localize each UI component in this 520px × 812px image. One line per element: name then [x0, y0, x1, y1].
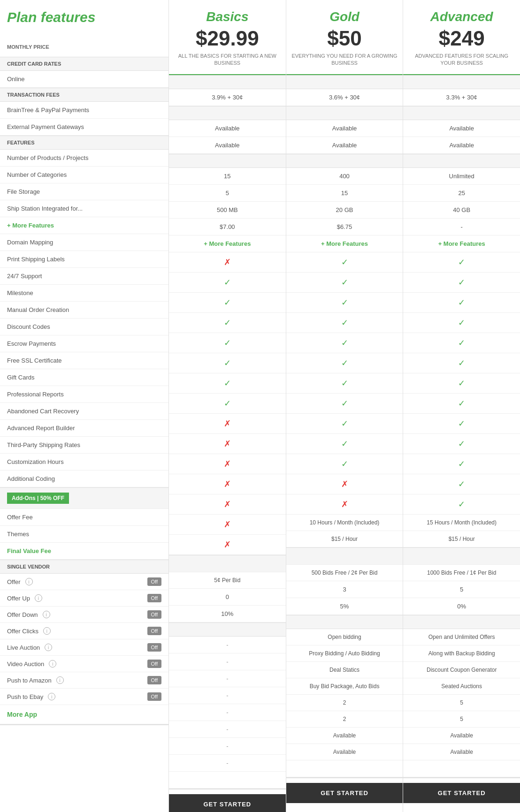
gold-gift-cards: ✓ — [286, 414, 403, 434]
basics-advanced-report: ✗ — [169, 474, 286, 494]
basics-get-started-wrap: GET STARTED — [169, 789, 286, 812]
section-features: FEATURES — [0, 136, 168, 150]
gold-ssl: ✓ — [286, 394, 403, 414]
video-auction-row-left: Video Auction i Off — [0, 656, 168, 672]
offer-down-info-icon[interactable]: i — [43, 611, 50, 618]
advanced-num-products: Unlimited — [403, 168, 520, 185]
gold-custom-hours: 10 Hours / Month (Included) — [286, 515, 403, 531]
advanced-file-storage: 40 GB — [403, 202, 520, 219]
gold-feat-header — [286, 154, 403, 168]
offer-clicks-label: Offer Clicks — [7, 628, 38, 635]
label-offer-fee: Offer Fee — [0, 509, 168, 526]
gold-escrow: ✓ — [286, 373, 403, 394]
offer-up-label: Offer Up — [7, 595, 30, 602]
basics-domain-mapping: ✗ — [169, 252, 286, 273]
basics-num-products: 15 — [169, 168, 286, 185]
advanced-more-features[interactable]: + More Features — [403, 235, 520, 252]
advanced-advanced-report: ✓ — [403, 474, 520, 494]
advanced-gift-cards: ✓ — [403, 414, 520, 434]
plan-gold: Gold $50 EVERYTHING YOU NEED FOR A GROWI… — [286, 0, 404, 812]
basics-feat-header — [169, 154, 286, 168]
basics-get-started-button[interactable]: GET STARTED — [169, 794, 286, 812]
gold-more-features[interactable]: + More Features — [286, 235, 403, 252]
advanced-custom-hours: 15 Hours / Month (Included) — [403, 515, 520, 531]
gold-offer-clicks-sv: Buy Bid Package, Auto Bids — [286, 678, 403, 695]
advanced-additional-coding: $15 / Hour — [403, 531, 520, 547]
advanced-offer-up-sv: Along with Backup Bidding — [403, 645, 520, 662]
video-auction-toggle[interactable]: Off — [147, 660, 161, 668]
basics-tf-header — [169, 106, 286, 120]
label-file-storage: File Storage — [0, 183, 168, 200]
gold-addons-spacer — [286, 547, 403, 565]
basics-more-features[interactable]: + More Features — [169, 235, 286, 252]
label-num-categories: Number of Categories — [0, 167, 168, 183]
gold-abandoned-cart: ✓ — [286, 454, 403, 474]
gold-discount-codes: ✓ — [286, 353, 403, 373]
advanced-offer-sv: Open and Unlimited Offers — [403, 629, 520, 645]
offer-up-toggle[interactable]: Off — [147, 594, 161, 602]
offer-toggle[interactable]: Off — [147, 577, 161, 586]
advanced-more-app-spacer — [403, 760, 520, 777]
offer-info-icon[interactable]: i — [25, 578, 33, 585]
gold-header: Gold $50 EVERYTHING YOU NEED FOR A GROWI… — [286, 0, 403, 75]
features-header: Plan features MONTHLY PRICE — [0, 0, 168, 57]
gold-get-started-wrap: GET STARTED — [286, 777, 403, 807]
advanced-sv-header — [403, 615, 520, 629]
gold-offer-fee: 500 Bids Free / 2¢ Per Bid — [286, 565, 403, 581]
offer-down-toggle[interactable]: Off — [147, 610, 161, 619]
gold-offer-down-sv: Deal Statics — [286, 662, 403, 678]
gold-price: $50 — [291, 27, 398, 50]
offer-up-info-icon[interactable]: i — [35, 594, 42, 602]
gold-additional-coding: $15 / Hour — [286, 531, 403, 547]
basics-push-ebay-sv: - — [169, 755, 286, 772]
basics-video-auction-sv: - — [169, 721, 286, 738]
gold-support-247: ✓ — [286, 293, 403, 313]
advanced-braintree: Available — [403, 120, 520, 137]
label-escrow-payments: Escrow Payments — [0, 335, 168, 352]
basics-external: Available — [169, 137, 286, 154]
basics-more-app-spacer — [169, 772, 286, 789]
gold-domain-mapping: ✓ — [286, 252, 403, 273]
basics-milestone: ✓ — [169, 313, 286, 333]
label-customization-hours: Customization Hours — [0, 454, 168, 471]
advanced-addons-spacer — [403, 547, 520, 565]
basics-offer-sv: - — [169, 637, 286, 653]
gold-milestone: ✓ — [286, 313, 403, 333]
advanced-get-started-wrap: GET STARTED — [403, 777, 520, 807]
gold-get-started-button[interactable]: GET STARTED — [286, 783, 403, 803]
live-auction-info-icon[interactable]: i — [45, 644, 52, 651]
gold-offer-sv: Open bidding — [286, 629, 403, 645]
label-advanced-report: Advanced Report Builder — [0, 420, 168, 437]
gold-cc-header — [286, 75, 403, 89]
advanced-pro-reports: ✓ — [403, 434, 520, 454]
advanced-push-amazon-sv: Available — [403, 728, 520, 744]
gold-sv-header — [286, 615, 403, 629]
advanced-offer-clicks-sv: Seated Auctions — [403, 678, 520, 695]
push-ebay-info-icon[interactable]: i — [48, 693, 55, 700]
label-print-shipping: Print Shipping Labels — [0, 251, 168, 268]
more-features-label-left[interactable]: + More Features — [0, 217, 168, 234]
advanced-get-started-button[interactable]: GET STARTED — [403, 783, 520, 803]
gold-third-party: ✗ — [286, 494, 403, 515]
label-domain-mapping: Domain Mapping — [0, 234, 168, 251]
basics-push-amazon-sv: - — [169, 738, 286, 755]
basics-final-value: 10% — [169, 606, 286, 622]
label-online: Online — [0, 71, 168, 88]
more-app-label[interactable]: More App — [0, 705, 168, 724]
gold-print-shipping: ✓ — [286, 273, 403, 293]
push-amazon-row-left: Push to Amazon i Off — [0, 672, 168, 689]
live-auction-toggle[interactable]: Off — [147, 643, 161, 652]
offer-clicks-toggle[interactable]: Off — [147, 627, 161, 635]
push-amazon-label: Push to Amazon — [7, 677, 52, 684]
advanced-num-categories: 25 — [403, 185, 520, 202]
push-ebay-toggle[interactable]: Off — [147, 692, 161, 701]
video-auction-info-icon[interactable]: i — [49, 660, 56, 668]
live-auction-row-left: Live Auction i Off — [0, 639, 168, 656]
push-amazon-toggle[interactable]: Off — [147, 676, 161, 684]
push-amazon-info-icon[interactable]: i — [56, 676, 64, 684]
label-themes: Themes — [0, 526, 168, 543]
offer-clicks-info-icon[interactable]: i — [43, 627, 51, 635]
advanced-offer-fee: 1000 Bids Free / 1¢ Per Bid — [403, 565, 520, 581]
basics-custom-hours: ✗ — [169, 515, 286, 535]
gold-push-amazon-sv: Available — [286, 728, 403, 744]
